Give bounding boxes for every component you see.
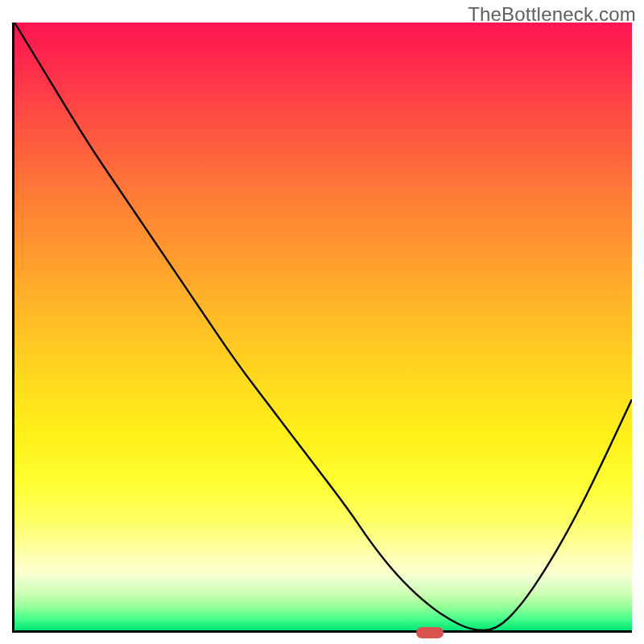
plot-area	[12, 23, 632, 633]
chart-container: TheBottleneck.com	[0, 0, 644, 644]
bottleneck-curve-line	[14, 23, 632, 630]
optimal-point-marker	[416, 627, 444, 638]
